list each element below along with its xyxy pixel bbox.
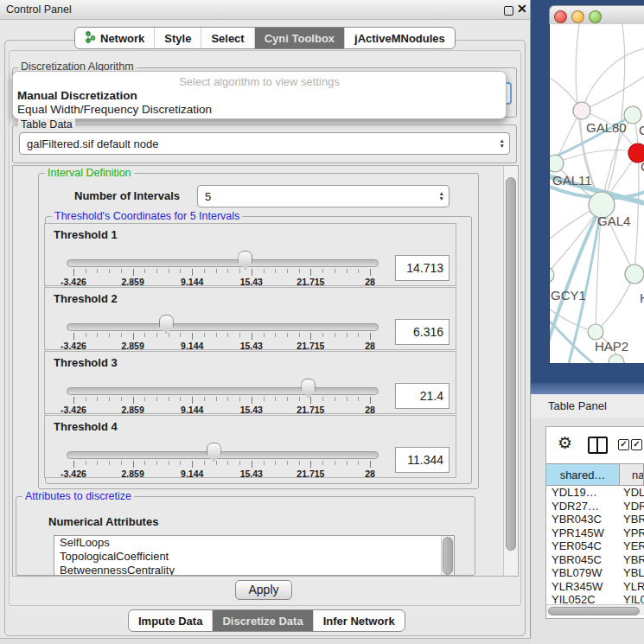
network-node-label: GAL11 [552, 173, 592, 188]
tab-cyni-toolbox[interactable]: Cyni Toolbox [255, 28, 345, 48]
float-panel-icon[interactable] [504, 6, 513, 16]
close-window-icon[interactable] [554, 10, 567, 23]
tick-mark [73, 333, 74, 340]
tick-mark [204, 461, 205, 465]
network-canvas[interactable]: GAL80GACGAL11GAL4GCY1HHAP2 [549, 24, 644, 363]
attributes-scrollbar[interactable] [441, 536, 454, 575]
slider-track[interactable] [67, 387, 379, 395]
network-node[interactable] [625, 265, 644, 284]
network-node-label: H [640, 290, 644, 305]
zoom-window-icon[interactable] [589, 10, 602, 23]
numerical-attributes-list[interactable]: SelfLoopsTopologicalCoefficientBetweenne… [54, 535, 455, 576]
tick-label: -3.426 [61, 469, 86, 479]
table-row[interactable]: YBL079WYBL0 [546, 566, 644, 580]
network-node[interactable] [550, 267, 554, 283]
tick-mark [109, 397, 110, 401]
table-row[interactable]: YBR045CYBR0 [546, 553, 644, 567]
popup-option[interactable]: Manual Discretization [17, 89, 137, 102]
settings-scrollbar[interactable] [503, 166, 518, 576]
network-node[interactable] [573, 102, 590, 119]
attributes-title: Attributes to discretize [22, 490, 134, 502]
column-header[interactable]: na [620, 464, 644, 485]
apply-button[interactable]: Apply [235, 580, 292, 600]
table-data-title: Table Data [18, 118, 75, 131]
tick-mark [109, 269, 110, 273]
attribute-item[interactable]: SelfLoops [54, 536, 454, 550]
table-row[interactable]: YER054CYER0 [546, 539, 644, 553]
tick-mark [97, 461, 98, 465]
gear-icon[interactable]: ⚙ [558, 435, 572, 451]
table-row[interactable]: YBR043CYBR0 [546, 513, 644, 526]
tick-mark [216, 461, 217, 465]
tab-label: Style [164, 32, 191, 45]
tab-label: Select [211, 32, 244, 45]
slider-track[interactable] [67, 323, 379, 331]
settings-scrollbar-thumb[interactable] [506, 177, 516, 551]
tick-mark [169, 333, 169, 337]
tab-network[interactable]: Network [75, 28, 155, 48]
table-cell: YBR0 [620, 553, 644, 566]
table-row[interactable]: YPR145WYPR1 [546, 526, 644, 540]
tab-discretize-data[interactable]: Discretize Data [213, 610, 313, 631]
attributes-scrollbar-thumb[interactable] [443, 537, 453, 575]
tick-mark [216, 269, 217, 273]
table-row[interactable]: YDL19…YDL1 [546, 486, 644, 500]
threshold-row: Threshold 2-3.4262.8599.14415.4321.71528… [44, 287, 456, 350]
tab-label: Impute Data [138, 615, 202, 628]
threshold-value-field[interactable]: 6.316 [395, 319, 450, 345]
tab-label: Network [100, 32, 144, 45]
tick-label: 15.43 [240, 277, 263, 287]
table-cell: YIL052C [546, 593, 620, 603]
tick-mark [252, 461, 252, 468]
table-row[interactable]: YDR27…YDR2 [546, 500, 644, 513]
close-icon[interactable]: ✕ [517, 2, 527, 16]
table-data-combobox[interactable]: galFiltered.sif default node ▲▼ [19, 132, 510, 155]
checkbox-icon[interactable]: ✓ [631, 439, 642, 450]
tick-mark [86, 269, 86, 273]
table-cell: YDL19… [546, 486, 620, 499]
table-cell: YDL1 [620, 486, 644, 499]
tick-mark [264, 461, 265, 465]
threshold-value-field[interactable]: 21.4 [395, 383, 450, 409]
column-header[interactable]: shared… [546, 464, 620, 485]
tick-mark [109, 461, 110, 465]
slider-track[interactable] [67, 259, 379, 267]
split-columns-icon[interactable] [588, 437, 608, 454]
table-row[interactable]: YLR345WYLR3 [546, 580, 644, 594]
tab-select[interactable]: Select [201, 28, 254, 48]
network-node[interactable] [609, 354, 624, 363]
tick-mark [322, 397, 323, 401]
table-row[interactable]: YIL052CYIL0 [546, 593, 644, 603]
tick-mark [252, 269, 252, 276]
slider-track[interactable] [67, 451, 379, 459]
numerical-attributes-label: Numerical Attributes [48, 515, 158, 528]
tick-label: 2.859 [121, 341, 143, 351]
tick-mark [370, 397, 371, 404]
tab-style[interactable]: Style [155, 28, 201, 48]
tick-mark [347, 461, 348, 465]
number-of-intervals-combobox[interactable]: 5 ▲▼ [197, 185, 450, 207]
network-node-label: GCY1 [551, 288, 586, 303]
network-node[interactable] [550, 155, 564, 172]
table-horizontal-scrollbar[interactable] [546, 604, 644, 615]
minimize-window-icon[interactable] [571, 10, 584, 23]
tick-mark [358, 397, 359, 401]
tab-jactivemnodules[interactable]: jActiveMNodules [345, 28, 455, 48]
tab-impute-data[interactable]: Impute Data [129, 610, 213, 631]
tab-label: Discretize Data [222, 615, 303, 628]
node-table[interactable]: shared…naYDL19…YDL1YDR27…YDR2YBR043CYBR0… [546, 463, 644, 603]
attribute-item[interactable]: TopologicalCoefficient [54, 550, 454, 564]
network-node[interactable] [624, 106, 641, 124]
tick-label: 28 [365, 341, 375, 351]
tick-label: -3.426 [61, 405, 86, 415]
threshold-value-field[interactable]: 14.713 [395, 255, 450, 281]
popup-option[interactable]: Equal Width/Frequency Discretization [17, 103, 212, 116]
tick-mark [97, 397, 98, 401]
network-node[interactable] [588, 324, 603, 340]
table-scrollbar-thumb[interactable] [548, 607, 640, 615]
attribute-item[interactable]: BetweennessCentrality [54, 564, 454, 576]
threshold-value-field[interactable]: 11.344 [395, 447, 450, 473]
tab-infer-network[interactable]: Infer Network [314, 610, 405, 631]
checkbox-icon[interactable]: ✓ [618, 439, 629, 450]
tick-mark [156, 269, 157, 273]
